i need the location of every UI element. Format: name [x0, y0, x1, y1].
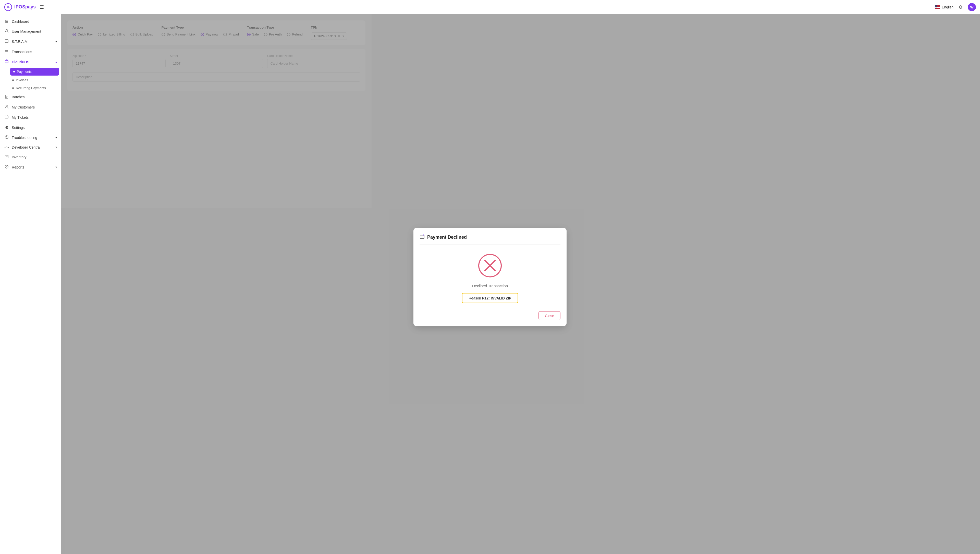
batches-icon	[4, 94, 9, 100]
chevron-up-icon: ▴	[56, 60, 57, 64]
sidebar-item-label: Inventory	[12, 155, 27, 159]
sidebar-item-settings[interactable]: ⚙ Settings	[0, 123, 61, 132]
sidebar-item-developer-central[interactable]: <> Developer Central ▾	[0, 143, 61, 152]
svg-rect-3	[5, 60, 8, 63]
logo-icon	[4, 3, 12, 11]
chevron-down-icon: ▾	[56, 40, 57, 43]
sidebar-item-payments[interactable]: Payments	[10, 68, 59, 76]
svg-rect-6	[5, 116, 8, 118]
sidebar-item-label: My Tickets	[12, 115, 29, 119]
app-header: iPOSpays ☰ English ⚙ W	[0, 0, 372, 14]
sidebar-item-recurring-payments[interactable]: Recurring Payments	[8, 84, 61, 92]
sidebar-item-my-customers[interactable]: My Customers	[0, 102, 61, 112]
user-management-icon	[4, 29, 9, 34]
sidebar-item-troubleshooting[interactable]: Troubleshooting ▾	[0, 132, 61, 143]
cloudpos-subnav: Payments Invoices Recurring Payments	[0, 68, 61, 92]
logo-text: iPOSpays	[14, 4, 36, 10]
sidebar-item-user-management[interactable]: User Management	[0, 26, 61, 37]
reports-icon	[4, 165, 9, 170]
nav-dot-icon	[12, 87, 14, 89]
sidebar-item-label: Reports	[12, 165, 24, 169]
sidebar-item-label: CloudPOS	[12, 60, 29, 64]
sidebar-item-label: Developer Central	[12, 145, 41, 150]
my-tickets-icon	[4, 115, 9, 120]
sidebar: ⊞ Dashboard User Management S.T.E.A.M ▾ …	[0, 14, 61, 209]
sidebar-item-label: S.T.E.A.M	[12, 40, 27, 44]
sidebar-item-label: Batches	[12, 95, 25, 99]
modal-overlay[interactable]	[61, 14, 372, 209]
sidebar-item-label: User Management	[12, 29, 41, 33]
troubleshooting-icon	[4, 135, 9, 140]
nav-dot-icon	[12, 80, 14, 81]
sidebar-sub-label: Payments	[17, 70, 32, 73]
header-left: iPOSpays ☰	[4, 3, 45, 11]
svg-point-8	[6, 166, 7, 167]
sidebar-sub-label: Recurring Payments	[16, 86, 46, 90]
nav-dot-icon	[13, 71, 15, 73]
sidebar-item-label: Transactions	[12, 50, 32, 54]
sidebar-item-label: My Customers	[12, 105, 35, 109]
sidebar-item-label: Troubleshooting	[12, 135, 37, 140]
chevron-down-icon: ▾	[56, 166, 57, 169]
hamburger-button[interactable]: ☰	[39, 3, 45, 11]
sidebar-item-batches[interactable]: Batches	[0, 92, 61, 102]
sidebar-item-reports[interactable]: Reports ▾	[0, 162, 61, 172]
my-customers-icon	[4, 105, 9, 110]
svg-point-1	[6, 29, 7, 31]
sidebar-item-label: Settings	[12, 126, 25, 130]
svg-rect-2	[5, 40, 8, 43]
sidebar-item-steam[interactable]: S.T.E.A.M ▾	[0, 37, 61, 47]
dashboard-icon: ⊞	[4, 19, 9, 24]
sidebar-item-invoices[interactable]: Invoices	[8, 76, 61, 84]
settings-nav-icon: ⚙	[4, 125, 9, 130]
svg-rect-7	[5, 155, 8, 158]
steam-icon	[4, 39, 9, 44]
sidebar-item-inventory[interactable]: Inventory	[0, 152, 61, 162]
sidebar-item-cloudpos[interactable]: CloudPOS ▴	[0, 57, 61, 67]
sidebar-item-transactions[interactable]: Transactions	[0, 47, 61, 57]
cloudpos-icon	[4, 59, 9, 65]
sidebar-sub-label: Invoices	[16, 78, 28, 82]
sidebar-item-dashboard[interactable]: ⊞ Dashboard	[0, 16, 61, 26]
sidebar-item-label: Dashboard	[12, 19, 29, 24]
developer-central-icon: <>	[4, 145, 9, 150]
svg-point-5	[6, 105, 7, 107]
chevron-down-icon: ▾	[56, 136, 57, 139]
sidebar-item-my-tickets[interactable]: My Tickets	[0, 112, 61, 123]
logo[interactable]: iPOSpays	[4, 3, 36, 11]
inventory-icon	[4, 154, 9, 159]
chevron-down-icon: ▾	[56, 145, 57, 149]
transactions-icon	[4, 49, 9, 54]
